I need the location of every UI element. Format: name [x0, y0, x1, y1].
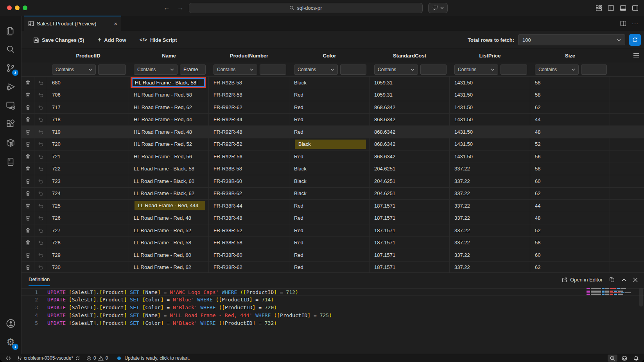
revert-row-icon[interactable]	[34, 163, 47, 175]
cost-cell[interactable]: 204.6251	[370, 163, 450, 175]
number-cell[interactable]: FR-R92B-58	[209, 77, 289, 89]
number-cell[interactable]: FR-R38R-52	[209, 224, 289, 237]
price-cell[interactable]: 1431.50	[450, 151, 530, 163]
sql-script-editor[interactable]: 1UPDATE [SalesLT].[Product] SET [Name] =…	[22, 287, 644, 327]
price-cell[interactable]: 1431.50	[450, 77, 530, 89]
name-cell[interactable]: LL Road Frame - Red, 62	[129, 262, 209, 273]
toggle-primary-sidebar-icon[interactable]	[608, 5, 614, 11]
id-cell[interactable]: 723	[47, 175, 129, 187]
search-view-icon[interactable]	[1, 40, 20, 59]
run-debug-icon[interactable]	[1, 77, 20, 96]
id-cell[interactable]: 730	[47, 262, 129, 273]
notifications-bell-icon[interactable]	[631, 354, 641, 362]
cost-cell[interactable]: 187.1571	[370, 262, 450, 273]
delete-row-icon[interactable]	[22, 249, 34, 261]
id-cell[interactable]: 724	[47, 188, 129, 200]
number-cell[interactable]: FR-R38R-60	[209, 249, 289, 261]
number-cell[interactable]: FR-R92R-62	[209, 101, 289, 113]
revert-row-icon[interactable]	[34, 89, 47, 101]
color-cell[interactable]: Black	[289, 163, 370, 175]
filter-operator-select-listprice[interactable]: Contains	[454, 65, 498, 75]
update-ready-status[interactable]: Update is ready, click to restart.	[115, 354, 192, 362]
cost-cell[interactable]: 187.1571	[370, 224, 450, 237]
id-cell[interactable]: 729	[47, 249, 129, 261]
color-cell[interactable]: Red	[289, 151, 370, 163]
size-cell[interactable]: 44	[530, 114, 610, 126]
color-cell[interactable]: Red	[289, 249, 370, 261]
history-back-icon[interactable]: ←	[163, 4, 170, 12]
number-cell[interactable]: FR-R92R-58	[209, 89, 289, 101]
name-cell[interactable]: LL Road Frame - Red, 52	[129, 224, 209, 237]
name-cell[interactable]: LL Road Frame - Black, 58	[129, 163, 209, 175]
remote-indicator-icon[interactable]	[4, 354, 13, 362]
name-cell[interactable]: HL Road Frame - Red, 62	[129, 101, 209, 113]
price-cell[interactable]: 1431.50	[450, 89, 530, 101]
cost-cell[interactable]: 868.6342	[370, 114, 450, 126]
price-cell[interactable]: 337.22	[450, 175, 530, 187]
delete-row-icon[interactable]	[22, 126, 34, 138]
tab-close-icon[interactable]: ×	[114, 20, 117, 27]
id-cell[interactable]: 719	[47, 126, 129, 138]
cost-cell[interactable]: 187.1571	[370, 200, 450, 212]
column-header-listprice[interactable]: ListPrice	[450, 53, 530, 59]
size-cell[interactable]: 52	[530, 138, 610, 151]
definition-tab[interactable]: Definition	[29, 276, 50, 286]
delete-row-icon[interactable]	[22, 200, 34, 212]
price-cell[interactable]: 1431.50	[450, 114, 530, 126]
number-cell[interactable]: FR-R92R-52	[209, 138, 289, 151]
remote-explorer-icon[interactable]	[1, 96, 20, 115]
delete-row-icon[interactable]	[22, 77, 34, 89]
delete-row-icon[interactable]	[22, 175, 34, 187]
filter-operator-select-name[interactable]: Contains	[134, 65, 178, 75]
tab-saleslt-product[interactable]: SalesLT.Product (Preview) ×	[24, 16, 121, 31]
explorer-icon[interactable]	[1, 21, 20, 40]
name-cell[interactable]: LL Road Frame - Red, 60	[129, 249, 209, 261]
copy-icon[interactable]	[609, 277, 615, 283]
revert-row-icon[interactable]	[34, 262, 47, 273]
number-cell[interactable]: FR-R38R-48	[209, 212, 289, 224]
name-cell[interactable]: HL Road Frame - Red, 58	[129, 89, 209, 101]
id-cell[interactable]: 680	[47, 77, 129, 89]
color-cell[interactable]: Black	[289, 138, 370, 151]
column-menu-icon[interactable]	[633, 53, 639, 58]
price-cell[interactable]: 337.22	[450, 163, 530, 175]
minimize-window-button[interactable]	[15, 5, 20, 10]
id-cell[interactable]: 717	[47, 101, 129, 113]
name-cell[interactable]: LL Road Frame - Black, 62	[129, 188, 209, 200]
branch-status[interactable]: croblesm-0305-vscode*	[15, 354, 82, 362]
filter-operator-select-size[interactable]: Contains	[535, 65, 579, 75]
filter-value-input-name[interactable]: Frame	[180, 65, 206, 75]
name-cell[interactable]: LL Road Frame - Red, 58	[129, 237, 209, 249]
customize-layout-icon[interactable]	[596, 5, 602, 11]
split-editor-icon[interactable]	[620, 20, 626, 27]
number-cell[interactable]: FR-R92R-44	[209, 114, 289, 126]
size-cell[interactable]: 52	[530, 224, 610, 237]
close-panel-icon[interactable]	[633, 278, 638, 282]
color-cell[interactable]: Black	[289, 175, 370, 187]
filter-value-input-listprice[interactable]	[500, 65, 527, 75]
column-header-color[interactable]: Color	[289, 53, 370, 59]
size-cell[interactable]: 62	[530, 188, 610, 200]
filter-operator-select-standardcost[interactable]: Contains	[374, 65, 418, 75]
copilot-status-icon[interactable]	[619, 354, 630, 362]
color-cell[interactable]: Red	[289, 237, 370, 249]
delete-row-icon[interactable]	[22, 114, 34, 126]
filter-operator-select-productid[interactable]: Contains	[52, 65, 96, 75]
refresh-button[interactable]	[629, 34, 641, 46]
color-cell[interactable]: Black	[289, 188, 370, 200]
cost-cell[interactable]: 204.6251	[370, 188, 450, 200]
hide-script-button[interactable]: </> Hide Script	[140, 37, 177, 43]
revert-row-icon[interactable]	[34, 224, 47, 237]
column-header-productnumber[interactable]: ProductNumber	[209, 53, 289, 59]
delete-row-icon[interactable]	[22, 138, 34, 151]
size-cell[interactable]: 48	[530, 126, 610, 138]
filter-operator-select-productnumber[interactable]: Contains	[213, 65, 257, 75]
filter-value-input-standardcost[interactable]	[420, 65, 447, 75]
collapse-panel-icon[interactable]	[622, 278, 626, 281]
delete-row-icon[interactable]	[22, 237, 34, 249]
color-cell[interactable]: Red	[289, 89, 370, 101]
name-cell[interactable]: HL Road Frame - Red, 48	[129, 126, 209, 138]
delete-row-icon[interactable]	[22, 163, 34, 175]
color-cell[interactable]: Red	[289, 262, 370, 273]
id-cell[interactable]: 718	[47, 114, 129, 126]
